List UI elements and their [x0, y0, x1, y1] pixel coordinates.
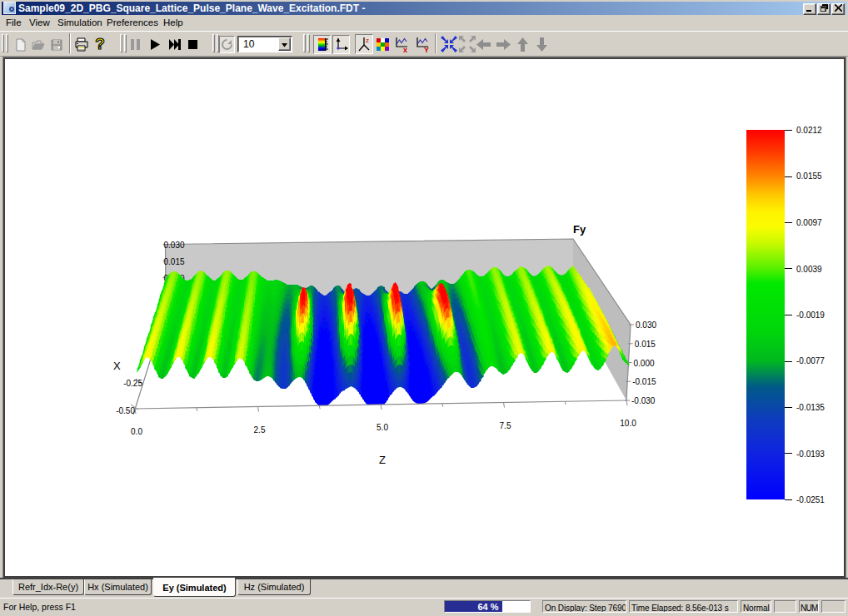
svg-text:-0.50: -0.50: [116, 406, 135, 415]
svg-text:Fy: Fy: [573, 223, 586, 236]
svg-text:0.015: 0.015: [635, 340, 656, 349]
svg-text:0.030: 0.030: [164, 241, 185, 250]
svg-text:-0.015: -0.015: [632, 377, 656, 386]
svg-text:10.0: 10.0: [620, 419, 636, 428]
svg-text:X: X: [113, 360, 121, 372]
svg-text:0.000: 0.000: [634, 359, 655, 368]
svg-text:7.5: 7.5: [500, 421, 511, 430]
svg-text:0.015: 0.015: [164, 257, 185, 266]
svg-text:5.0: 5.0: [377, 423, 388, 432]
svg-text:-0.030: -0.030: [631, 396, 656, 405]
svg-text:0.0: 0.0: [131, 427, 142, 436]
svg-text:Z: Z: [379, 454, 386, 466]
svg-text:0.030: 0.030: [636, 320, 656, 330]
svg-text:-0.25: -0.25: [123, 379, 142, 388]
svg-text:2.5: 2.5: [254, 425, 266, 435]
